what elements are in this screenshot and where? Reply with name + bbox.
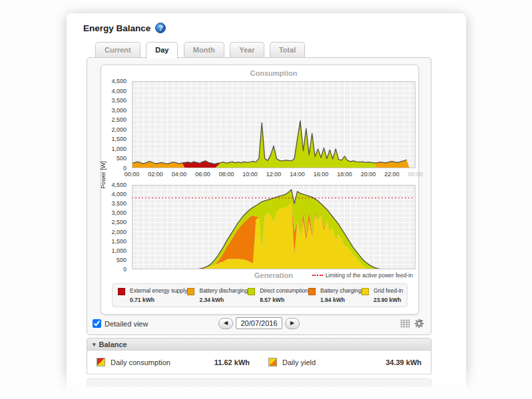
consumption-y-axis: 4,5004,0003,5003,0002,5002,0001,5001,000…: [101, 81, 129, 168]
battery-charging-swatch: [308, 288, 316, 295]
chart-legend: External energy supply 0.71 kWh Battery …: [112, 283, 407, 307]
x-tick-label: 14:00: [290, 171, 305, 178]
battery-discharging-swatch: [187, 288, 194, 295]
y-tick-label: 1,000: [111, 248, 127, 254]
balance-header-label: Balance: [99, 340, 127, 348]
generation-y-axis: 4,5004,0003,5003,0002,5002,0001,5001,000…: [101, 185, 129, 269]
energy-balance-page: Energy Balance ? Current Day Month Year …: [0, 0, 532, 399]
legend-item-grid-feed-in: Grid feed-in 23.90 kWh: [362, 287, 403, 303]
x-tick-label: 06:00: [195, 171, 210, 178]
y-tick-label: 500: [117, 156, 127, 162]
time-axis: 00:0002:0004:0006:0008:0010:0012:0014:00…: [132, 171, 415, 179]
x-tick-label: 16:00: [314, 171, 329, 178]
tab-day[interactable]: Day: [146, 42, 178, 59]
y-tick-label: 3,000: [111, 210, 127, 216]
balance-section: ▾ Balance Daily consumption 11.62 kWh Da…: [87, 338, 431, 386]
day-tab-panel: Power [W] Consumption 4,5004,0003,5003,0…: [87, 57, 431, 335]
detailed-view-label: Detailed view: [105, 320, 148, 328]
tab-month[interactable]: Month: [184, 42, 224, 57]
page-title: Energy Balance: [83, 23, 150, 33]
help-icon[interactable]: ?: [155, 23, 166, 33]
legend-item-battery-discharging: Battery discharging 2.34 kWh: [187, 287, 248, 303]
consumption-chart-title: Consumption: [132, 69, 415, 77]
next-day-button[interactable]: ▶: [285, 318, 300, 329]
x-tick-label: 12:00: [266, 171, 282, 178]
legend-item-battery-charging: Battery charging 1.94 kWh: [308, 287, 362, 303]
y-tick-label: 0: [123, 267, 127, 273]
x-tick-label: 02:00: [148, 171, 163, 178]
table-view-icon[interactable]: [400, 319, 410, 329]
limit-note: Limiting of the active power feed-in: [310, 272, 413, 279]
direct-consumption-swatch: [248, 288, 255, 295]
generation-chart: [132, 185, 415, 269]
title-row: Energy Balance ?: [83, 23, 166, 33]
detailed-view-toggle[interactable]: Detailed view: [93, 319, 148, 328]
x-tick-label: 18:00: [337, 171, 352, 178]
daily-yield-item: Daily yield 34.39 kWh: [259, 358, 431, 366]
y-tick-label: 3,500: [111, 201, 127, 207]
daily-yield-icon: [268, 358, 277, 366]
y-tick-label: 3,000: [111, 108, 127, 114]
y-tick-label: 1,000: [111, 146, 127, 152]
daily-consumption-icon: [97, 358, 105, 366]
tab-bar: Current Day Month Year Total: [95, 42, 308, 57]
x-tick-label: 00:00: [125, 171, 140, 178]
y-tick-label: 3,500: [111, 98, 127, 104]
grid-feed-in-swatch: [362, 288, 369, 295]
x-tick-label: 04:00: [172, 171, 187, 178]
collapse-icon: ▾: [93, 341, 96, 348]
tab-year[interactable]: Year: [230, 42, 264, 57]
consumption-chart: [132, 81, 415, 168]
tab-current[interactable]: Current: [95, 42, 140, 57]
x-tick-label: 22:00: [384, 171, 399, 178]
y-tick-label: 500: [117, 257, 127, 263]
y-tick-label: 2,000: [111, 229, 127, 235]
previous-day-button[interactable]: ◀: [218, 318, 233, 329]
content-card: Energy Balance ? Current Day Month Year …: [67, 13, 466, 399]
controls-row: Detailed view ◀ ▶: [93, 317, 425, 333]
x-tick-label: 10:00: [242, 171, 258, 178]
x-tick-label: 00:00: [408, 171, 423, 178]
tab-total[interactable]: Total: [270, 42, 305, 57]
y-tick-label: 2,500: [111, 117, 127, 123]
external-energy-supply-swatch: [118, 288, 125, 295]
balance-header[interactable]: ▾ Balance: [87, 338, 431, 350]
y-tick-label: 2,500: [111, 219, 127, 225]
chart-card: Power [W] Consumption 4,5004,0003,5003,0…: [101, 65, 419, 315]
y-tick-label: 1,500: [111, 239, 127, 245]
next-section-partial: [87, 378, 431, 386]
settings-gear-icon[interactable]: [414, 319, 424, 329]
y-tick-label: 4,500: [111, 182, 127, 188]
corner-icons: [400, 319, 424, 329]
date-navigation: ◀ ▶: [218, 317, 300, 329]
x-tick-label: 20:00: [361, 171, 376, 178]
legend-item-external-energy-supply: External energy supply 0.71 kWh: [118, 287, 187, 303]
y-tick-label: 4,500: [111, 78, 127, 84]
detailed-view-checkbox[interactable]: [93, 319, 101, 328]
date-input[interactable]: [236, 317, 282, 329]
balance-row: Daily consumption 11.62 kWh Daily yield …: [87, 350, 431, 374]
y-tick-label: 1,500: [111, 136, 127, 142]
y-tick-label: 4,000: [111, 192, 127, 198]
y-tick-label: 2,000: [111, 127, 127, 133]
x-tick-label: 08:00: [219, 171, 234, 178]
daily-consumption-item: Daily consumption 11.62 kWh: [87, 358, 259, 366]
limit-line-icon: [312, 275, 323, 276]
legend-item-direct-consumption: Direct consumption 8.57 kWh: [248, 287, 308, 303]
limit-note-label: Limiting of the active power feed-in: [326, 272, 413, 279]
y-tick-label: 4,000: [111, 88, 127, 94]
